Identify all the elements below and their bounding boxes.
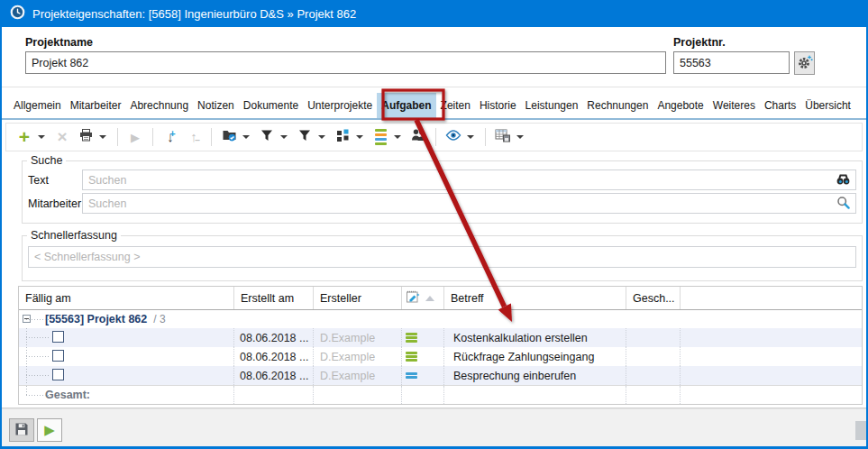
task-checkbox[interactable]	[52, 331, 64, 343]
priority-high-icon	[406, 352, 417, 362]
cell-ersteller: D.Example	[314, 366, 402, 385]
task-row[interactable]: 08.06.2018 ... D.Example Kostenkalkulati…	[19, 328, 862, 347]
tab-rechnungen[interactable]: Rechnungen	[582, 93, 653, 118]
tab-mitarbeiter[interactable]: Mitarbeiter	[66, 93, 126, 118]
resize-grip[interactable]	[855, 421, 866, 440]
quick-entry-input[interactable]	[28, 246, 856, 268]
squares-icon	[335, 128, 350, 146]
search-mitarbeiter-label: Mitarbeiter	[28, 197, 82, 210]
column-header-ersteller[interactable]: Ersteller	[314, 287, 402, 309]
sort-ascending-icon	[425, 296, 434, 301]
arrow-down-plus-icon	[167, 129, 174, 145]
task-grid: Fällig am Erstellt am Ersteller Betreff	[18, 286, 863, 405]
cell-geschaeft	[626, 328, 681, 347]
priority-dropdown-caret-icon[interactable]	[394, 135, 401, 139]
toolbar-separator	[211, 128, 212, 146]
search-text-input[interactable]	[82, 170, 856, 190]
binoculars-icon	[836, 172, 851, 190]
column-header-faellig-am[interactable]: Fällig am	[19, 287, 234, 309]
add-dropdown-caret-icon[interactable]	[38, 135, 45, 139]
add-task-button[interactable]	[14, 126, 35, 148]
content: Projektname Projektnr.	[2, 27, 866, 446]
gear-icon	[797, 54, 813, 73]
task-checkbox[interactable]	[52, 369, 64, 380]
toolbar-separator	[152, 128, 153, 146]
folder-dropdown-caret-icon[interactable]	[242, 135, 250, 139]
colored-lines-icon	[375, 129, 387, 145]
assign-people-button[interactable]	[407, 126, 429, 148]
grid-export-dropdown-caret-icon[interactable]	[516, 135, 524, 139]
cell-geschaeft	[626, 366, 681, 385]
eye-icon	[445, 128, 461, 146]
footer-label: Gesamt:	[45, 389, 90, 401]
column-header-notes[interactable]	[402, 287, 444, 309]
group-row-count: / 3	[153, 313, 165, 325]
print-button[interactable]	[75, 126, 96, 148]
start-button[interactable]	[37, 418, 62, 442]
tab-abrechnung[interactable]: Abrechnung	[125, 93, 193, 118]
priority-high-icon	[406, 333, 417, 343]
tab-strip: Allgemein Mitarbeiter Abrechnung Notizen…	[2, 93, 866, 120]
search-mitarbeiter-input[interactable]	[82, 193, 856, 214]
move-up-button[interactable]	[183, 126, 205, 148]
task-row[interactable]: 08.06.2018 ... D.Example Besprechung ein…	[19, 366, 862, 385]
filter-button[interactable]	[256, 126, 278, 148]
column-header-erstellt-am[interactable]: Erstellt am	[234, 287, 314, 309]
filter-2-button[interactable]	[294, 126, 315, 148]
tab-dokumente[interactable]: Dokumente	[239, 93, 303, 118]
tab-angebote[interactable]: Angebote	[653, 93, 708, 118]
toolbar-separator	[117, 128, 118, 146]
task-checkbox[interactable]	[52, 350, 64, 362]
tab-aufgaben[interactable]: Aufgaben	[377, 93, 435, 118]
view-button[interactable]	[443, 126, 464, 148]
priority-normal-icon	[406, 372, 417, 379]
floppy-save-icon	[14, 422, 29, 439]
tab-charts[interactable]: Charts	[760, 93, 800, 118]
tab-historie[interactable]: Historie	[475, 93, 521, 118]
save-button[interactable]	[9, 418, 34, 442]
delete-task-button[interactable]	[51, 126, 73, 148]
folder-check-icon	[222, 128, 237, 146]
tab-notizen[interactable]: Notizen	[193, 93, 239, 118]
grid-export-button[interactable]	[492, 126, 514, 148]
cell-erstellt-am: 08.06.2018 ...	[234, 328, 314, 347]
cell-ersteller: D.Example	[314, 328, 402, 347]
task-toolbar	[5, 123, 863, 151]
window-title: Projekteigenschaften: [5658] Ingenieurbü…	[32, 7, 356, 21]
group-row[interactable]: [55563] Projekt 862 / 3	[19, 310, 862, 328]
cell-betreff: Kostenkalkulation erstellen	[444, 328, 626, 347]
tree-line	[26, 337, 50, 338]
play-icon	[44, 422, 55, 438]
tab-uebersicht[interactable]: Übersicht	[800, 93, 855, 118]
task-row[interactable]: 08.06.2018 ... D.Example Rückfrage Zahlu…	[19, 347, 862, 366]
run-task-button[interactable]	[124, 126, 146, 148]
print-dropdown-caret-icon[interactable]	[99, 135, 106, 139]
tab-zeiten[interactable]: Zeiten	[436, 93, 475, 118]
tab-unterprojekte[interactable]: Unterprojekte	[303, 93, 377, 118]
projektnr-input[interactable]	[673, 51, 790, 74]
tab-allgemein[interactable]: Allgemein	[9, 93, 66, 118]
filter-dropdown-caret-icon[interactable]	[280, 135, 288, 139]
cell-betreff: Besprechung einberufen	[444, 366, 626, 385]
column-header-betreff[interactable]: Betreff	[444, 287, 626, 309]
tree-line	[26, 375, 50, 376]
filter-2-dropdown-caret-icon[interactable]	[318, 135, 325, 139]
view-dropdown-caret-icon[interactable]	[467, 135, 474, 139]
priority-view-button[interactable]	[370, 126, 391, 148]
clock-icon	[10, 5, 25, 23]
tab-leistungen[interactable]: Leistungen	[521, 93, 583, 118]
quick-entry-group-label: Schnellerfassung	[27, 229, 121, 242]
notepad-edit-icon	[406, 289, 420, 307]
search-text-label: Text	[28, 174, 82, 187]
move-down-button[interactable]	[160, 126, 181, 148]
layout-button[interactable]	[332, 126, 353, 148]
titlebar: Projekteigenschaften: [5658] Ingenieurbü…	[2, 0, 866, 27]
tab-weiteres[interactable]: Weiteres	[708, 93, 760, 118]
projektname-input[interactable]	[25, 51, 666, 74]
project-properties-window: Projekteigenschaften: [5658] Ingenieurbü…	[0, 0, 868, 449]
projektnr-settings-button[interactable]	[794, 51, 815, 75]
grid-header: Fällig am Erstellt am Ersteller Betreff	[19, 287, 862, 310]
layout-dropdown-caret-icon[interactable]	[356, 135, 363, 139]
column-header-geschaeft[interactable]: Gesch...	[626, 287, 681, 309]
folder-filter-button[interactable]	[218, 126, 240, 148]
